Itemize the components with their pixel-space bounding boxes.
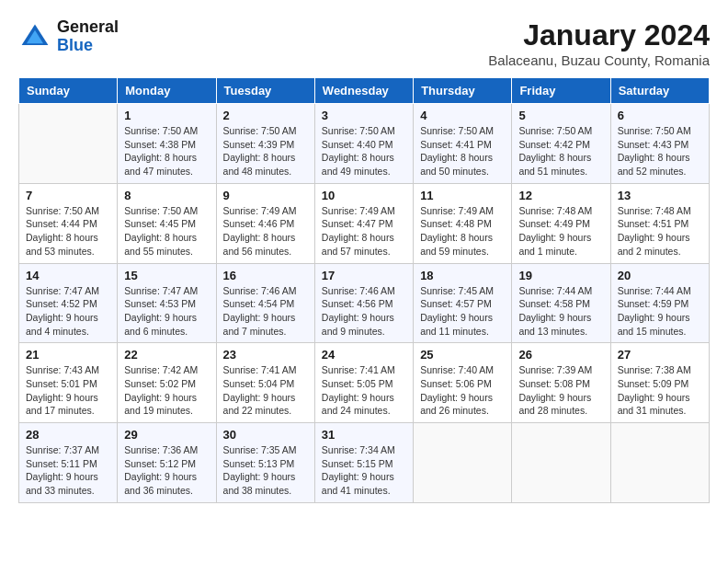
calendar-week-row: 14Sunrise: 7:47 AMSunset: 4:52 PMDayligh… — [19, 263, 710, 343]
calendar-cell: 29Sunrise: 7:36 AMSunset: 5:12 PMDayligh… — [118, 423, 216, 503]
logo-line2: Blue — [57, 37, 119, 55]
title-block: January 2024 Balaceanu, Buzau County, Ro… — [488, 18, 710, 68]
day-info: Sunrise: 7:44 AMSunset: 4:58 PMDaylight:… — [518, 284, 603, 339]
day-number: 3 — [322, 109, 406, 122]
day-info: Sunrise: 7:46 AMSunset: 4:54 PMDaylight:… — [223, 284, 308, 339]
day-info: Sunrise: 7:49 AMSunset: 4:48 PMDaylight:… — [420, 204, 505, 259]
day-number: 21 — [26, 348, 110, 362]
day-info: Sunrise: 7:47 AMSunset: 4:53 PMDaylight:… — [124, 284, 209, 339]
day-number: 24 — [322, 348, 406, 362]
logo-icon — [18, 20, 51, 53]
day-number: 15 — [124, 269, 209, 282]
logo: General Blue — [18, 18, 119, 55]
calendar-cell: 14Sunrise: 7:47 AMSunset: 4:52 PMDayligh… — [19, 263, 118, 343]
day-info: Sunrise: 7:48 AMSunset: 4:49 PMDaylight:… — [518, 204, 603, 259]
calendar-cell: 17Sunrise: 7:46 AMSunset: 4:56 PMDayligh… — [314, 263, 413, 343]
weekday-header: Saturday — [610, 78, 709, 104]
weekday-header: Tuesday — [216, 78, 314, 104]
calendar-cell: 26Sunrise: 7:39 AMSunset: 5:08 PMDayligh… — [512, 343, 610, 423]
day-number: 1 — [124, 109, 209, 122]
day-info: Sunrise: 7:42 AMSunset: 5:02 PMDaylight:… — [124, 363, 209, 418]
calendar-cell — [19, 104, 118, 184]
calendar-cell: 16Sunrise: 7:46 AMSunset: 4:54 PMDayligh… — [216, 263, 314, 343]
calendar-cell: 8Sunrise: 7:50 AMSunset: 4:45 PMDaylight… — [118, 183, 216, 263]
calendar-cell: 25Sunrise: 7:40 AMSunset: 5:06 PMDayligh… — [414, 343, 512, 423]
day-info: Sunrise: 7:50 AMSunset: 4:42 PMDaylight:… — [518, 124, 603, 178]
day-info: Sunrise: 7:47 AMSunset: 4:52 PMDaylight:… — [26, 284, 110, 339]
day-number: 10 — [322, 189, 406, 202]
day-info: Sunrise: 7:48 AMSunset: 4:51 PMDaylight:… — [618, 204, 702, 259]
day-info: Sunrise: 7:41 AMSunset: 5:05 PMDaylight:… — [322, 363, 406, 418]
day-info: Sunrise: 7:50 AMSunset: 4:44 PMDaylight:… — [26, 204, 110, 259]
day-info: Sunrise: 7:37 AMSunset: 5:11 PMDaylight:… — [26, 443, 110, 498]
logo-line1: General — [57, 18, 119, 37]
calendar-week-row: 7Sunrise: 7:50 AMSunset: 4:44 PMDaylight… — [19, 183, 710, 263]
calendar-cell: 1Sunrise: 7:50 AMSunset: 4:38 PMDaylight… — [118, 104, 216, 184]
day-number: 22 — [124, 348, 209, 362]
day-number: 19 — [518, 269, 603, 282]
day-info: Sunrise: 7:35 AMSunset: 5:13 PMDaylight:… — [223, 443, 308, 498]
subtitle: Balaceanu, Buzau County, Romania — [488, 52, 710, 68]
weekday-header: Friday — [512, 78, 610, 104]
day-number: 16 — [223, 269, 308, 282]
calendar-cell — [512, 423, 610, 503]
day-number: 26 — [518, 348, 603, 362]
calendar-cell: 9Sunrise: 7:49 AMSunset: 4:46 PMDaylight… — [216, 183, 314, 263]
calendar-cell: 7Sunrise: 7:50 AMSunset: 4:44 PMDaylight… — [19, 183, 118, 263]
weekday-header: Wednesday — [314, 78, 413, 104]
calendar-cell: 20Sunrise: 7:44 AMSunset: 4:59 PMDayligh… — [610, 263, 709, 343]
day-number: 20 — [618, 269, 702, 282]
day-info: Sunrise: 7:38 AMSunset: 5:09 PMDaylight:… — [618, 363, 702, 418]
day-number: 28 — [26, 428, 110, 442]
day-number: 31 — [322, 428, 406, 442]
weekday-header: Monday — [118, 78, 216, 104]
day-number: 14 — [26, 269, 110, 282]
calendar-cell: 12Sunrise: 7:48 AMSunset: 4:49 PMDayligh… — [512, 183, 610, 263]
day-info: Sunrise: 7:49 AMSunset: 4:46 PMDaylight:… — [223, 204, 308, 259]
calendar-cell: 13Sunrise: 7:48 AMSunset: 4:51 PMDayligh… — [610, 183, 709, 263]
day-number: 13 — [618, 189, 702, 202]
day-number: 30 — [223, 428, 308, 442]
day-number: 11 — [420, 189, 505, 202]
calendar-cell: 24Sunrise: 7:41 AMSunset: 5:05 PMDayligh… — [314, 343, 413, 423]
calendar-cell — [610, 423, 709, 503]
month-title: January 2024 — [488, 18, 710, 52]
page-header: General Blue January 2024 Balaceanu, Buz… — [18, 18, 710, 68]
day-info: Sunrise: 7:46 AMSunset: 4:56 PMDaylight:… — [322, 284, 406, 339]
day-info: Sunrise: 7:41 AMSunset: 5:04 PMDaylight:… — [223, 363, 308, 418]
weekday-header: Sunday — [19, 78, 118, 104]
calendar-week-row: 1Sunrise: 7:50 AMSunset: 4:38 PMDaylight… — [19, 104, 710, 184]
day-number: 6 — [618, 109, 702, 122]
calendar-cell: 27Sunrise: 7:38 AMSunset: 5:09 PMDayligh… — [610, 343, 709, 423]
day-info: Sunrise: 7:36 AMSunset: 5:12 PMDaylight:… — [124, 443, 209, 498]
calendar-cell: 4Sunrise: 7:50 AMSunset: 4:41 PMDaylight… — [414, 104, 512, 184]
day-number: 8 — [124, 189, 209, 202]
calendar-cell: 31Sunrise: 7:34 AMSunset: 5:15 PMDayligh… — [314, 423, 413, 503]
day-number: 4 — [420, 109, 505, 122]
day-number: 23 — [223, 348, 308, 362]
day-number: 29 — [124, 428, 209, 442]
day-info: Sunrise: 7:49 AMSunset: 4:47 PMDaylight:… — [322, 204, 406, 259]
calendar-cell: 6Sunrise: 7:50 AMSunset: 4:43 PMDaylight… — [610, 104, 709, 184]
calendar-cell: 30Sunrise: 7:35 AMSunset: 5:13 PMDayligh… — [216, 423, 314, 503]
day-info: Sunrise: 7:50 AMSunset: 4:41 PMDaylight:… — [420, 124, 505, 178]
day-info: Sunrise: 7:50 AMSunset: 4:38 PMDaylight:… — [124, 124, 209, 178]
calendar-table: SundayMondayTuesdayWednesdayThursdayFrid… — [18, 77, 710, 503]
day-number: 9 — [223, 189, 308, 202]
calendar-cell: 15Sunrise: 7:47 AMSunset: 4:53 PMDayligh… — [118, 263, 216, 343]
day-number: 7 — [26, 189, 110, 202]
day-info: Sunrise: 7:40 AMSunset: 5:06 PMDaylight:… — [420, 363, 505, 418]
day-number: 25 — [420, 348, 505, 362]
calendar-week-row: 21Sunrise: 7:43 AMSunset: 5:01 PMDayligh… — [19, 343, 710, 423]
calendar-cell: 10Sunrise: 7:49 AMSunset: 4:47 PMDayligh… — [314, 183, 413, 263]
calendar-cell: 21Sunrise: 7:43 AMSunset: 5:01 PMDayligh… — [19, 343, 118, 423]
weekday-header-row: SundayMondayTuesdayWednesdayThursdayFrid… — [19, 78, 710, 104]
calendar-week-row: 28Sunrise: 7:37 AMSunset: 5:11 PMDayligh… — [19, 423, 710, 503]
day-info: Sunrise: 7:43 AMSunset: 5:01 PMDaylight:… — [26, 363, 110, 418]
day-info: Sunrise: 7:50 AMSunset: 4:43 PMDaylight:… — [618, 124, 702, 178]
day-number: 17 — [322, 269, 406, 282]
calendar-cell: 11Sunrise: 7:49 AMSunset: 4:48 PMDayligh… — [414, 183, 512, 263]
day-info: Sunrise: 7:45 AMSunset: 4:57 PMDaylight:… — [420, 284, 505, 339]
calendar-cell: 2Sunrise: 7:50 AMSunset: 4:39 PMDaylight… — [216, 104, 314, 184]
day-info: Sunrise: 7:44 AMSunset: 4:59 PMDaylight:… — [618, 284, 702, 339]
